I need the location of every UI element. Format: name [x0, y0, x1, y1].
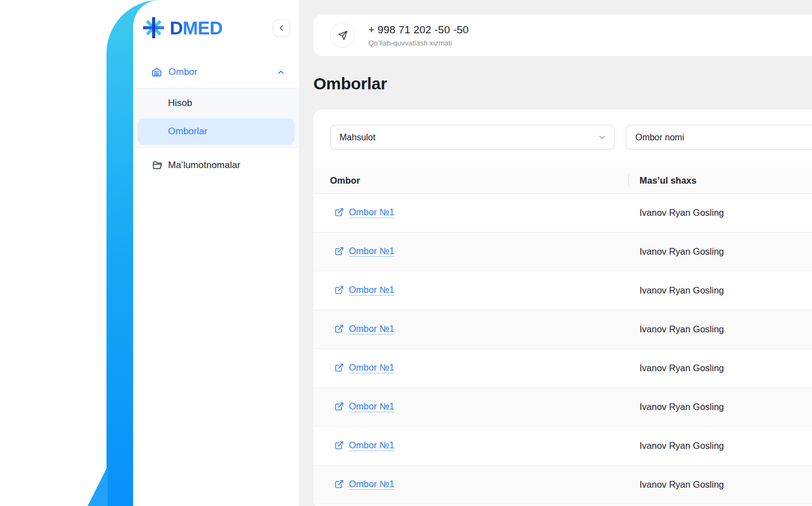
responsible-person: Ivanov Ryan Gosling — [628, 324, 812, 335]
warehouse-link-label: Ombor №1 — [349, 401, 394, 412]
warehouse-link[interactable]: Ombor №1 — [334, 479, 394, 489]
warehouse-link-label: Ombor №1 — [349, 246, 394, 256]
table-row: Ombor №1 Ivanov Ryan Gosling — [313, 427, 812, 465]
warehouse-link-label: Ombor №1 — [349, 362, 394, 373]
content-card: Mahsulot Ombor Mas’ul shaxs Ombor №1 — [313, 109, 812, 506]
send-icon-circle — [330, 23, 355, 48]
responsible-person: Ivanov Ryan Gosling — [628, 208, 812, 218]
responsible-person: Ivanov Ryan Gosling — [628, 441, 812, 451]
app-window: DMED Ombor — [0, 0, 812, 506]
sidebar-collapse-button[interactable] — [273, 19, 290, 37]
external-link-icon — [334, 285, 344, 295]
dmed-asterisk-icon — [142, 16, 165, 39]
table-row: Ombor №1 Ivanov Ryan Gosling — [313, 388, 812, 427]
sidebar-item-label: Omborlar — [168, 126, 207, 137]
external-link-icon — [334, 402, 344, 411]
warehouse-link[interactable]: Ombor №1 — [334, 362, 394, 373]
responsible-person: Ivanov Ryan Gosling — [628, 402, 812, 412]
support-phone: + 998 71 202 -50 -50 — [368, 24, 469, 36]
brand-name: DMED — [170, 19, 222, 37]
folder-open-icon — [152, 160, 163, 171]
responsible-person: Ivanov Ryan Gosling — [628, 363, 812, 373]
responsible-person: Ivanov Ryan Gosling — [628, 285, 812, 296]
warehouse-link[interactable]: Ombor №1 — [334, 285, 394, 295]
filter-bar: Mahsulot — [313, 125, 812, 150]
warehouse-link-label: Ombor №1 — [349, 285, 394, 295]
sidebar-item-hisob[interactable]: Hisob — [133, 88, 299, 118]
warehouse-icon — [151, 67, 163, 78]
table-row: Ombor №1 Ivanov Ryan Gosling — [313, 271, 812, 310]
column-header-masul-shaxs: Mas’ul shaxs — [628, 175, 812, 186]
product-select[interactable]: Mahsulot — [330, 125, 615, 150]
sidebar-submenu: Hisob Omborlar — [133, 88, 299, 148]
sidebar-item-omborlar[interactable]: Omborlar — [138, 118, 295, 145]
external-link-icon — [334, 441, 344, 450]
warehouse-name-input[interactable] — [626, 125, 812, 150]
column-separator — [628, 174, 629, 186]
sidebar-header: DMED — [133, 10, 299, 45]
table-row: Ombor №1 Ivanov Ryan Gosling — [313, 349, 812, 388]
external-link-icon — [334, 246, 344, 256]
table-row: Ombor №1 Ivanov Ryan Gosling — [313, 194, 812, 232]
warehouse-link-label: Ombor №1 — [349, 207, 394, 217]
support-caption: Qo’llab-quvvatlash xizmati — [368, 39, 469, 47]
sidebar: DMED Ombor — [133, 0, 299, 506]
chevron-down-icon — [598, 134, 606, 141]
warehouse-link[interactable]: Ombor №1 — [334, 440, 394, 451]
product-select-value: Mahsulot — [339, 133, 375, 143]
chevron-left-icon — [278, 25, 285, 31]
table-row: Ombor №1 Ivanov Ryan Gosling — [313, 465, 812, 504]
main-content: + 998 71 202 -50 -50 Qo’llab-quvvatlash … — [299, 0, 812, 506]
sidebar-item-label: Ma’lumotnomalar — [168, 160, 240, 171]
support-text: + 998 71 202 -50 -50 Qo’llab-quvvatlash … — [368, 24, 469, 47]
sidebar-item-ombor[interactable]: Ombor — [133, 60, 299, 84]
warehouse-link-label: Ombor №1 — [349, 479, 394, 489]
background-gradient-tail — [88, 466, 108, 506]
warehouse-link[interactable]: Ombor №1 — [334, 323, 394, 334]
column-header-ombor: Ombor — [313, 175, 628, 186]
page-title: Omborlar — [313, 74, 812, 93]
table-row: Ombor №1 Ivanov Ryan Gosling — [313, 232, 812, 271]
warehouse-link[interactable]: Ombor №1 — [334, 207, 394, 217]
paper-plane-icon — [337, 30, 348, 41]
warehouse-link-label: Ombor №1 — [349, 440, 394, 451]
warehouses-table: Ombor Mas’ul shaxs Ombor №1 Ivanov Ryan … — [313, 168, 812, 504]
warehouse-link-label: Ombor №1 — [349, 323, 394, 334]
chevron-up-icon — [277, 69, 285, 76]
warehouse-link[interactable]: Ombor №1 — [334, 401, 394, 412]
responsible-person: Ivanov Ryan Gosling — [628, 246, 812, 257]
external-link-icon — [334, 363, 344, 372]
brand-logo[interactable]: DMED — [142, 16, 222, 39]
responsible-person: Ivanov Ryan Gosling — [628, 479, 812, 490]
external-link-icon — [334, 208, 344, 217]
support-banner: + 998 71 202 -50 -50 Qo’llab-quvvatlash … — [313, 14, 812, 56]
column-header-label: Mas’ul shaxs — [640, 175, 697, 185]
external-link-icon — [334, 479, 344, 489]
sidebar-item-label: Ombor — [169, 67, 197, 78]
sidebar-item-label: Hisob — [168, 98, 192, 109]
external-link-icon — [334, 324, 344, 333]
table-header-row: Ombor Mas’ul shaxs — [313, 168, 812, 194]
table-row: Ombor №1 Ivanov Ryan Gosling — [313, 310, 812, 349]
warehouse-link[interactable]: Ombor №1 — [334, 246, 394, 256]
sidebar-item-malumotnomalar[interactable]: Ma’lumotnomalar — [133, 153, 299, 178]
